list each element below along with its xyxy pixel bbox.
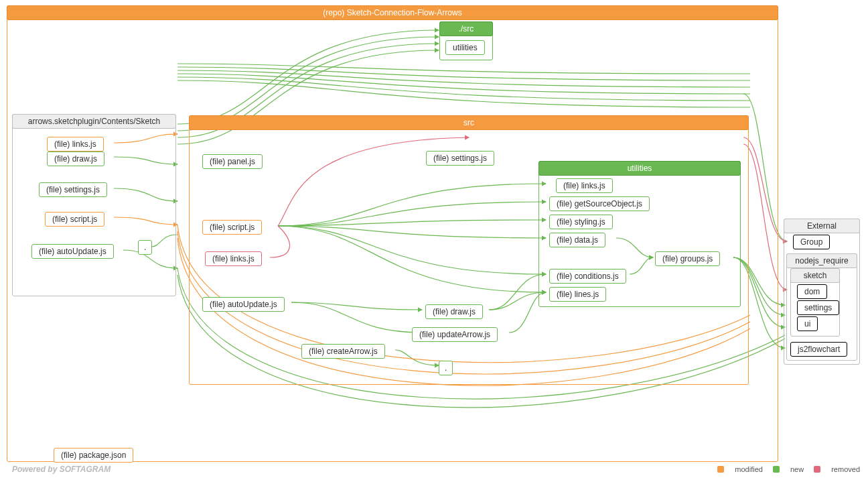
sketch-ui[interactable]: ui <box>797 316 818 331</box>
file-createarrow[interactable]: (file) createArrow.js <box>301 344 385 359</box>
file-autoupdate-old[interactable]: (file) autoUpdate.js <box>31 244 114 259</box>
repo-title: (repo) Sketch-Connection-Flow-Arrows <box>7 5 778 20</box>
file-panel[interactable]: (file) panel.js <box>202 154 263 169</box>
src-ref-title: ./src <box>439 21 493 36</box>
file-settings-old[interactable]: (file) settings.js <box>39 182 107 197</box>
util-lines[interactable]: (file) lines.js <box>549 287 606 302</box>
file-script-old[interactable]: (file) script.js <box>45 212 104 227</box>
sketchplugin-title: arrows.sketchplugin/Contents/Sketch <box>12 114 176 129</box>
legend: modified new removed <box>709 465 860 474</box>
legend-new: new <box>773 465 804 473</box>
file-script[interactable]: (file) script.js <box>202 220 262 235</box>
external-title: External <box>784 219 860 233</box>
nodejs-title: nodejs_require <box>786 253 857 268</box>
file-package-json[interactable]: (file) package.json <box>54 448 133 463</box>
file-settings[interactable]: (file) settings.js <box>426 151 494 166</box>
dot-old[interactable]: . <box>138 240 152 255</box>
external-group[interactable]: Group <box>793 235 830 249</box>
utilities-title: utilities <box>538 161 741 176</box>
sketch-title: sketch <box>790 268 840 283</box>
file-draw-old[interactable]: (file) draw.js <box>47 152 104 166</box>
file-links-old[interactable]: (file) links.js <box>47 137 104 152</box>
legend-removed: removed <box>814 465 860 473</box>
file-autoupdate[interactable]: (file) autoUpdate.js <box>202 297 285 312</box>
legend-modified: modified <box>717 465 763 473</box>
dot-src[interactable]: . <box>439 361 453 375</box>
sketch-dom[interactable]: dom <box>797 284 827 299</box>
src-ref-utilities[interactable]: utilities <box>445 40 485 55</box>
util-getsourceobject[interactable]: (file) getSourceObject.js <box>549 196 650 211</box>
js2flowchart[interactable]: js2flowchart <box>790 342 847 357</box>
util-styling[interactable]: (file) styling.js <box>549 215 613 229</box>
util-conditions[interactable]: (file) conditions.js <box>549 269 626 284</box>
file-links-removed[interactable]: (file) links.js <box>205 251 262 266</box>
util-groups[interactable]: (file) groups.js <box>655 251 720 266</box>
sketch-settings[interactable]: settings <box>797 300 839 315</box>
file-updatearrow[interactable]: (file) updateArrow.js <box>412 327 498 342</box>
diagram-canvas: { "repo": { "title": "(repo) Sketch-Conn… <box>0 0 868 478</box>
util-links[interactable]: (file) links.js <box>556 178 613 193</box>
footer-powered-by: Powered by SOFTAGRAM <box>12 465 111 474</box>
util-data[interactable]: (file) data.js <box>549 233 605 247</box>
file-draw[interactable]: (file) draw.js <box>425 304 483 319</box>
src-title: src <box>189 115 749 130</box>
